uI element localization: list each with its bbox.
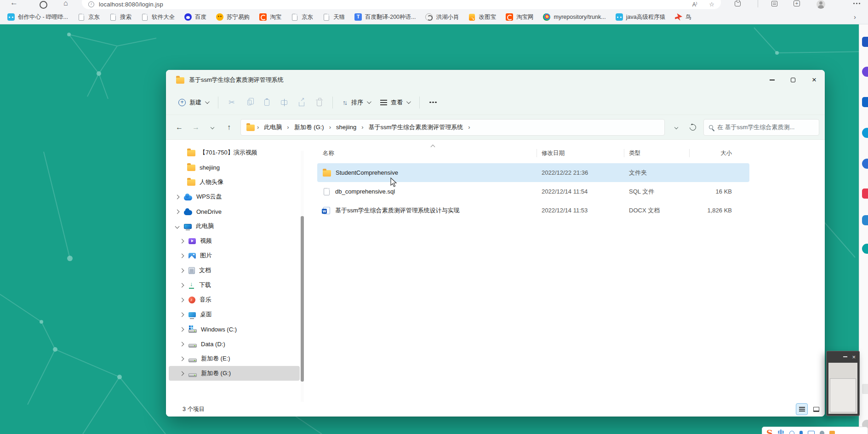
copy-button[interactable] bbox=[240, 94, 258, 111]
sidebar-item[interactable]: OneDrive bbox=[169, 204, 300, 219]
sidebar-item[interactable]: 此电脑 bbox=[169, 219, 300, 234]
bookmark-item[interactable]: 京东 bbox=[291, 13, 313, 21]
sidebar-item[interactable]: 音乐 bbox=[169, 292, 300, 307]
column-header-size[interactable]: 大小 bbox=[690, 145, 736, 161]
browser-menu-icon[interactable] bbox=[853, 3, 855, 4]
close-button[interactable]: × bbox=[804, 70, 825, 90]
ime-language-bar[interactable]: S 中 bbox=[762, 427, 868, 434]
bookmark-item[interactable]: 百度翻译-200种语... bbox=[354, 13, 416, 21]
minimize-button[interactable] bbox=[761, 70, 782, 90]
sidebar-item[interactable]: 新加卷 (G:) bbox=[169, 366, 300, 381]
side-rail-app-icon[interactable] bbox=[862, 244, 868, 254]
nav-history-chevron[interactable] bbox=[205, 120, 220, 135]
expand-chevron-icon[interactable] bbox=[179, 240, 184, 243]
expand-chevron-icon[interactable] bbox=[179, 357, 184, 360]
expand-chevron-icon[interactable] bbox=[179, 254, 184, 257]
column-header-type[interactable]: 类型 bbox=[624, 145, 690, 161]
bookmark-item[interactable]: 百度 bbox=[184, 13, 206, 21]
rename-button[interactable] bbox=[275, 94, 293, 111]
browser-home-icon[interactable]: ⌂ bbox=[63, 0, 68, 7]
bookmark-item[interactable]: java高级程序猿 bbox=[616, 13, 665, 21]
address-dropdown-button[interactable] bbox=[668, 120, 684, 135]
bookmark-item[interactable]: 鸟 bbox=[675, 13, 691, 21]
read-aloud-icon[interactable]: A) bbox=[692, 1, 697, 8]
breadcrumb[interactable]: › 此电脑 › 新加卷 (G:) › shejiing › 基于ssm学生综合素… bbox=[240, 119, 665, 136]
side-rail-app-icon[interactable] bbox=[862, 384, 868, 394]
maximize-button[interactable] bbox=[782, 70, 804, 90]
search-box[interactable] bbox=[703, 119, 819, 136]
bookmark-item[interactable]: myrepository/trunk... bbox=[543, 13, 605, 21]
paste-button[interactable] bbox=[258, 94, 275, 111]
side-rail-app-icon[interactable] bbox=[862, 37, 868, 47]
sidebar-item[interactable]: shejiing bbox=[169, 160, 300, 175]
nav-back-button[interactable]: ← bbox=[171, 120, 187, 135]
refresh-button[interactable] bbox=[685, 120, 701, 135]
sidebar-item[interactable]: 视频 bbox=[169, 234, 300, 248]
site-info-icon[interactable]: i bbox=[88, 1, 94, 7]
sidebar-item[interactable]: Data (D:) bbox=[169, 337, 300, 351]
mini-close-icon[interactable]: × bbox=[852, 354, 856, 360]
cut-button[interactable]: ✂ bbox=[223, 94, 240, 111]
file-row[interactable]: db_comprehensive.sql 2022/12/14 11:54 SQ… bbox=[317, 182, 749, 201]
ime-emoji-icon[interactable] bbox=[789, 431, 794, 434]
expand-chevron-icon[interactable] bbox=[174, 225, 180, 228]
bookmarks-overflow-chevron[interactable]: › bbox=[854, 13, 856, 21]
favorite-star-icon[interactable]: ☆ bbox=[709, 1, 714, 8]
bookmark-item[interactable]: 软件大全 bbox=[141, 13, 175, 21]
side-rail-app-icon[interactable] bbox=[862, 67, 868, 77]
sidebar-item[interactable]: 文档 bbox=[169, 263, 300, 278]
collections-icon[interactable] bbox=[771, 1, 777, 6]
file-row[interactable]: 基于ssm学生综合素质测评管理系统设计与实现 2022/12/14 11:53 … bbox=[317, 201, 749, 220]
expand-chevron-icon[interactable] bbox=[179, 284, 184, 287]
ime-mic-icon[interactable] bbox=[799, 431, 803, 434]
sidebar-item[interactable]: 桌面 bbox=[169, 307, 300, 322]
sidebar-item[interactable]: WPS云盘 bbox=[169, 189, 300, 204]
extensions-icon[interactable] bbox=[735, 1, 741, 6]
bookmark-item[interactable]: 创作中心 - 哔哩哔... bbox=[7, 13, 68, 21]
view-button[interactable]: 查看 bbox=[375, 95, 415, 110]
breadcrumb-item[interactable]: shejiing bbox=[333, 122, 359, 132]
browser-back-icon[interactable]: ← bbox=[10, 0, 18, 7]
new-button[interactable]: + 新建 bbox=[173, 95, 213, 110]
breadcrumb-item[interactable]: 基于ssm学生综合素质测评管理系统 bbox=[365, 121, 466, 133]
ime-account-icon[interactable] bbox=[820, 431, 824, 434]
url-text[interactable]: localhost:8080/login.jsp bbox=[99, 1, 163, 8]
sidebar-item[interactable]: 新加卷 (E:) bbox=[169, 351, 300, 366]
nav-forward-button[interactable]: → bbox=[188, 120, 204, 135]
expand-chevron-icon[interactable] bbox=[179, 298, 184, 302]
ime-keyboard-icon[interactable] bbox=[808, 431, 815, 434]
column-header-name[interactable]: 名称 bbox=[317, 145, 537, 161]
breadcrumb-chevron[interactable]: › bbox=[467, 124, 471, 131]
bookmark-item[interactable]: 京东 bbox=[78, 13, 100, 21]
expand-chevron-icon[interactable] bbox=[179, 328, 184, 331]
ime-lang-mode[interactable]: 中 bbox=[778, 429, 784, 434]
sidebar-item[interactable]: 图片 bbox=[169, 248, 300, 263]
ime-toolbox-icon[interactable] bbox=[829, 431, 835, 434]
delete-button[interactable] bbox=[310, 94, 328, 111]
expand-chevron-icon[interactable] bbox=[179, 269, 184, 272]
side-rail-app-icon[interactable] bbox=[862, 128, 868, 138]
bookmark-item[interactable]: 淘宝 bbox=[259, 13, 281, 21]
side-rail-app-icon[interactable] bbox=[862, 215, 868, 225]
bookmark-item[interactable]: 淘宝网 bbox=[506, 13, 534, 21]
sidebar-item[interactable]: 下载 bbox=[169, 278, 300, 292]
bookmark-item[interactable]: 天猫 bbox=[323, 13, 345, 21]
bookmark-item[interactable]: 苏宁易购 bbox=[216, 13, 250, 21]
profile-avatar[interactable] bbox=[817, 0, 825, 9]
sidebar-item[interactable]: Windows (C:) bbox=[169, 322, 300, 337]
sidebar-item[interactable]: 【701-750】演示视频 bbox=[169, 145, 300, 160]
expand-chevron-icon[interactable] bbox=[174, 195, 180, 199]
side-rail-app-icon[interactable] bbox=[862, 159, 868, 169]
explorer-titlebar[interactable]: 基于ssm学生综合素质测评管理系统 × bbox=[166, 70, 825, 90]
large-icons-view-button[interactable] bbox=[810, 403, 822, 415]
column-header-date[interactable]: 修改日期 bbox=[537, 145, 624, 161]
share-button[interactable] bbox=[293, 94, 310, 111]
new-tab-icon[interactable]: + bbox=[794, 0, 800, 6]
mini-minimize-icon[interactable] bbox=[843, 356, 847, 357]
bookmark-item[interactable]: 搜索 bbox=[109, 13, 131, 21]
scrollbar-thumb[interactable] bbox=[301, 216, 304, 382]
bookmark-item[interactable]: 洪湖小肖 bbox=[425, 13, 459, 21]
sidebar-scrollbar[interactable] bbox=[301, 151, 304, 408]
sogou-logo-icon[interactable]: S bbox=[766, 428, 773, 434]
expand-chevron-icon[interactable] bbox=[179, 343, 184, 346]
